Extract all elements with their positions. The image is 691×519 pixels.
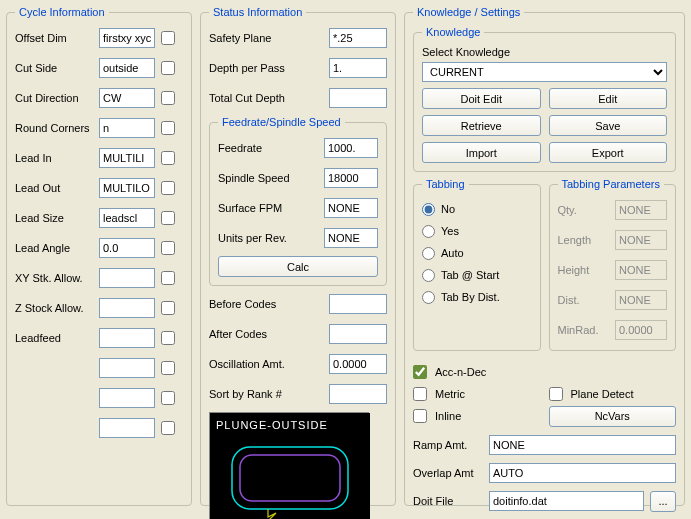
feedrate-label: Feedrate [218,142,312,154]
xy-stk-allow-input[interactable] [99,268,155,288]
tab-minrad-label: MinRad. [558,324,610,336]
lead-size-check[interactable] [161,211,175,225]
xy-stk-allow-check[interactable] [161,271,175,285]
cut-direction-label: Cut Direction [15,92,99,104]
lead-in-check[interactable] [161,151,175,165]
cycle-legend: Cycle Information [15,6,109,18]
lead-angle-check[interactable] [161,241,175,255]
xy-stk-allow-label: XY Stk. Allow. [15,272,99,284]
cut-direction-input[interactable] [99,88,155,108]
round-corners-input[interactable] [99,118,155,138]
select-knowledge-dropdown[interactable]: CURRENT [422,62,667,82]
safety-plane-input[interactable] [329,28,387,48]
status-legend: Status Information [209,6,306,18]
round-corners-check[interactable] [161,121,175,135]
knowledge-settings-legend: Knowledge / Settings [413,6,524,18]
tabbing-start-label: Tab @ Start [441,269,499,281]
tabbing-yes-radio[interactable] [422,225,435,238]
tabbing-parameters-group: Tabbing Parameters Qty. Length Height [549,178,677,351]
tabbing-group: Tabbing No Yes Auto Tab [413,178,541,351]
tabbing-dist-radio[interactable] [422,291,435,304]
total-cut-depth-input[interactable] [329,88,387,108]
doit-file-input[interactable] [489,491,644,511]
feedrate-input[interactable] [324,138,378,158]
z-stock-allow-label: Z Stock Allow. [15,302,99,314]
lead-angle-label: Lead Angle [15,242,99,254]
select-knowledge-label: Select Knowledge [422,46,667,58]
lead-in-label: Lead In [15,152,99,164]
export-button[interactable]: Export [549,142,668,163]
lead-out-input[interactable] [99,178,155,198]
plane-detect-check[interactable] [549,387,563,401]
units-per-rev-input[interactable] [324,228,378,248]
tabbing-no-radio[interactable] [422,203,435,216]
spindle-speed-input[interactable] [324,168,378,188]
save-button[interactable]: Save [549,115,668,136]
tabbing-start-radio[interactable] [422,269,435,282]
leadfeed-input[interactable] [99,328,155,348]
after-codes-input[interactable] [329,324,387,344]
tab-dist-input [615,290,667,310]
tab-qty-label: Qty. [558,204,610,216]
tabbing-dist-label: Tab By Dist. [441,291,500,303]
z-stock-allow-input[interactable] [99,298,155,318]
tabbing-legend: Tabbing [422,178,469,190]
retrieve-button[interactable]: Retrieve [422,115,541,136]
sort-by-rank-input[interactable] [329,384,387,404]
tabbing-yes-label: Yes [441,225,459,237]
tabbing-auto-radio[interactable] [422,247,435,260]
total-cut-depth-label: Total Cut Depth [209,92,305,104]
inline-check[interactable] [413,409,427,423]
tab-length-label: Length [558,234,610,246]
feedrate-spindle-group: Feedrate/Spindle Speed Feedrate Spindle … [209,116,387,286]
units-per-rev-label: Units per Rev. [218,232,312,244]
leadfeed-check[interactable] [161,331,175,345]
calc-button[interactable]: Calc [218,256,378,277]
lead-in-input[interactable] [99,148,155,168]
tabbing-no-label: No [441,203,455,215]
doit-file-label: Doit File [413,495,483,507]
extra1-check[interactable] [161,361,175,375]
tab-minrad-input [615,320,667,340]
extra1-input[interactable] [99,358,155,378]
surface-fpm-label: Surface FPM [218,202,312,214]
tab-dist-label: Dist. [558,294,610,306]
lead-angle-input[interactable] [99,238,155,258]
tabbing-auto-label: Auto [441,247,464,259]
knowledge-group: Knowledge Select Knowledge CURRENT Doit … [413,26,676,172]
extra3-input[interactable] [99,418,155,438]
depth-per-pass-input[interactable] [329,58,387,78]
acc-n-dec-check[interactable] [413,365,427,379]
cut-direction-check[interactable] [161,91,175,105]
sort-by-rank-label: Sort by Rank # [209,388,305,400]
tab-height-input [615,260,667,280]
import-button[interactable]: Import [422,142,541,163]
lead-size-input[interactable] [99,208,155,228]
cut-side-label: Cut Side [15,62,99,74]
oscillation-input[interactable] [329,354,387,374]
feedrate-legend: Feedrate/Spindle Speed [218,116,345,128]
surface-fpm-input[interactable] [324,198,378,218]
extra2-check[interactable] [161,391,175,405]
ramp-amt-input[interactable] [489,435,676,455]
metric-check[interactable] [413,387,427,401]
offset-dim-input[interactable] [99,28,155,48]
edit-button[interactable]: Edit [549,88,668,109]
doit-file-browse-button[interactable]: ... [650,491,676,512]
cut-side-input[interactable] [99,58,155,78]
z-stock-allow-check[interactable] [161,301,175,315]
extra3-check[interactable] [161,421,175,435]
before-codes-input[interactable] [329,294,387,314]
safety-plane-label: Safety Plane [209,32,305,44]
cut-side-check[interactable] [161,61,175,75]
toolpath-preview: PLUNGE-OUTSIDE [209,412,369,519]
overlap-amt-input[interactable] [489,463,676,483]
before-codes-label: Before Codes [209,298,305,310]
lead-out-check[interactable] [161,181,175,195]
ncvars-button[interactable]: NcVars [549,406,677,427]
offset-dim-check[interactable] [161,31,175,45]
preview-title-text: PLUNGE-OUTSIDE [216,419,328,431]
doit-edit-button[interactable]: Doit Edit [422,88,541,109]
extra2-input[interactable] [99,388,155,408]
leadfeed-label: Leadfeed [15,332,99,344]
